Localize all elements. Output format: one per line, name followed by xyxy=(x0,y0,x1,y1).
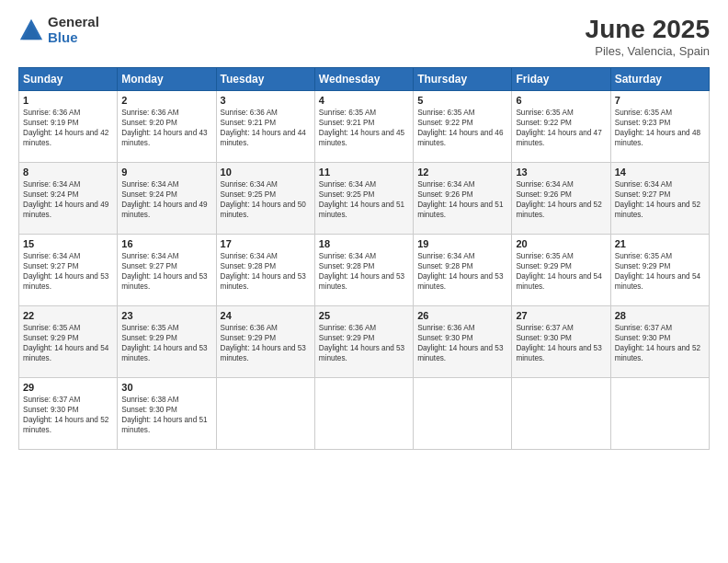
cell-info: Sunrise: 6:37 AMSunset: 9:30 PMDaylight:… xyxy=(615,323,705,363)
main-title: June 2025 xyxy=(586,15,710,44)
cell-info: Sunrise: 6:36 AMSunset: 9:21 PMDaylight:… xyxy=(221,108,311,148)
calendar-cell: 12Sunrise: 6:34 AMSunset: 9:26 PMDayligh… xyxy=(414,163,512,235)
cell-info: Sunrise: 6:35 AMSunset: 9:29 PMDaylight:… xyxy=(615,251,705,292)
calendar-cell: 7Sunrise: 6:35 AMSunset: 9:23 PMDaylight… xyxy=(610,91,709,163)
calendar-cell: 9Sunrise: 6:34 AMSunset: 9:24 PMDaylight… xyxy=(118,163,216,235)
cell-info: Sunrise: 6:36 AMSunset: 9:19 PMDaylight:… xyxy=(23,108,113,148)
day-number: 24 xyxy=(221,310,311,321)
day-header-sunday: Sunday xyxy=(19,68,118,91)
title-block: June 2025 Piles, Valencia, Spain xyxy=(586,15,710,58)
day-number: 10 xyxy=(221,167,311,178)
calendar-cell: 8Sunrise: 6:34 AMSunset: 9:24 PMDaylight… xyxy=(19,163,118,235)
calendar-cell: 13Sunrise: 6:34 AMSunset: 9:26 PMDayligh… xyxy=(512,163,610,235)
day-header-saturday: Saturday xyxy=(610,68,709,91)
day-header-thursday: Thursday xyxy=(414,68,512,91)
cell-info: Sunrise: 6:35 AMSunset: 9:21 PMDaylight:… xyxy=(319,108,409,148)
calendar-header: SundayMondayTuesdayWednesdayThursdayFrid… xyxy=(19,68,710,91)
cell-info: Sunrise: 6:34 AMSunset: 9:24 PMDaylight:… xyxy=(121,179,211,220)
calendar-cell: 24Sunrise: 6:36 AMSunset: 9:29 PMDayligh… xyxy=(216,306,314,378)
day-number: 29 xyxy=(23,382,113,393)
calendar-cell: 17Sunrise: 6:34 AMSunset: 9:28 PMDayligh… xyxy=(216,235,314,306)
cell-info: Sunrise: 6:34 AMSunset: 9:27 PMDaylight:… xyxy=(23,251,113,292)
calendar-cell: 5Sunrise: 6:35 AMSunset: 9:22 PMDaylight… xyxy=(414,91,512,163)
cell-info: Sunrise: 6:34 AMSunset: 9:28 PMDaylight:… xyxy=(319,251,409,292)
calendar-week-4: 22Sunrise: 6:35 AMSunset: 9:29 PMDayligh… xyxy=(19,306,710,378)
day-header-tuesday: Tuesday xyxy=(216,68,314,91)
calendar: SundayMondayTuesdayWednesdayThursdayFrid… xyxy=(18,67,710,450)
calendar-cell: 19Sunrise: 6:34 AMSunset: 9:28 PMDayligh… xyxy=(414,235,512,306)
cell-info: Sunrise: 6:35 AMSunset: 9:22 PMDaylight:… xyxy=(417,108,507,148)
calendar-cell: 18Sunrise: 6:34 AMSunset: 9:28 PMDayligh… xyxy=(314,235,413,306)
day-number: 12 xyxy=(417,167,507,178)
day-header-friday: Friday xyxy=(512,68,610,91)
day-number: 25 xyxy=(319,310,409,321)
cell-info: Sunrise: 6:34 AMSunset: 9:28 PMDaylight:… xyxy=(221,251,311,292)
calendar-week-3: 15Sunrise: 6:34 AMSunset: 9:27 PMDayligh… xyxy=(19,235,710,306)
cell-info: Sunrise: 6:35 AMSunset: 9:29 PMDaylight:… xyxy=(23,323,113,363)
calendar-cell: 2Sunrise: 6:36 AMSunset: 9:20 PMDaylight… xyxy=(118,91,216,163)
day-number: 9 xyxy=(121,167,211,178)
calendar-cell: 20Sunrise: 6:35 AMSunset: 9:29 PMDayligh… xyxy=(512,235,610,306)
calendar-cell: 21Sunrise: 6:35 AMSunset: 9:29 PMDayligh… xyxy=(610,235,709,306)
day-number: 11 xyxy=(319,167,409,178)
day-number: 23 xyxy=(121,310,211,321)
calendar-cell xyxy=(512,378,610,450)
day-header-wednesday: Wednesday xyxy=(314,68,413,91)
cell-info: Sunrise: 6:34 AMSunset: 9:26 PMDaylight:… xyxy=(417,179,507,220)
cell-info: Sunrise: 6:34 AMSunset: 9:24 PMDaylight:… xyxy=(23,179,113,220)
calendar-week-2: 8Sunrise: 6:34 AMSunset: 9:24 PMDaylight… xyxy=(19,163,710,235)
calendar-cell xyxy=(414,378,512,450)
calendar-cell: 27Sunrise: 6:37 AMSunset: 9:30 PMDayligh… xyxy=(512,306,610,378)
calendar-cell: 1Sunrise: 6:36 AMSunset: 9:19 PMDaylight… xyxy=(19,91,118,163)
day-number: 26 xyxy=(417,310,507,321)
cell-info: Sunrise: 6:35 AMSunset: 9:22 PMDaylight:… xyxy=(516,108,606,148)
day-number: 30 xyxy=(121,382,211,393)
day-number: 18 xyxy=(319,238,409,249)
calendar-cell: 16Sunrise: 6:34 AMSunset: 9:27 PMDayligh… xyxy=(118,235,216,306)
calendar-cell xyxy=(216,378,314,450)
calendar-cell: 30Sunrise: 6:38 AMSunset: 9:30 PMDayligh… xyxy=(118,378,216,450)
cell-info: Sunrise: 6:34 AMSunset: 9:27 PMDaylight:… xyxy=(121,251,211,292)
day-number: 19 xyxy=(417,238,507,249)
cell-info: Sunrise: 6:35 AMSunset: 9:29 PMDaylight:… xyxy=(516,251,606,292)
day-number: 1 xyxy=(23,95,113,106)
calendar-cell xyxy=(314,378,413,450)
day-number: 3 xyxy=(221,95,311,106)
calendar-cell: 4Sunrise: 6:35 AMSunset: 9:21 PMDaylight… xyxy=(314,91,413,163)
calendar-cell: 15Sunrise: 6:34 AMSunset: 9:27 PMDayligh… xyxy=(19,235,118,306)
day-number: 14 xyxy=(615,167,705,178)
header-row: SundayMondayTuesdayWednesdayThursdayFrid… xyxy=(19,68,710,91)
cell-info: Sunrise: 6:36 AMSunset: 9:30 PMDaylight:… xyxy=(417,323,507,363)
logo-icon xyxy=(18,17,44,43)
day-number: 13 xyxy=(516,167,606,178)
day-number: 20 xyxy=(516,238,606,249)
cell-info: Sunrise: 6:37 AMSunset: 9:30 PMDaylight:… xyxy=(516,323,606,363)
calendar-cell: 28Sunrise: 6:37 AMSunset: 9:30 PMDayligh… xyxy=(610,306,709,378)
calendar-cell: 25Sunrise: 6:36 AMSunset: 9:29 PMDayligh… xyxy=(314,306,413,378)
calendar-cell: 11Sunrise: 6:34 AMSunset: 9:25 PMDayligh… xyxy=(314,163,413,235)
cell-info: Sunrise: 6:37 AMSunset: 9:30 PMDaylight:… xyxy=(23,395,113,435)
day-number: 21 xyxy=(615,238,705,249)
day-number: 8 xyxy=(23,167,113,178)
cell-info: Sunrise: 6:36 AMSunset: 9:29 PMDaylight:… xyxy=(319,323,409,363)
calendar-cell: 6Sunrise: 6:35 AMSunset: 9:22 PMDaylight… xyxy=(512,91,610,163)
day-number: 16 xyxy=(121,238,211,249)
cell-info: Sunrise: 6:35 AMSunset: 9:29 PMDaylight:… xyxy=(121,323,211,363)
calendar-week-1: 1Sunrise: 6:36 AMSunset: 9:19 PMDaylight… xyxy=(19,91,710,163)
logo-text: General Blue xyxy=(48,15,99,45)
calendar-cell: 10Sunrise: 6:34 AMSunset: 9:25 PMDayligh… xyxy=(216,163,314,235)
calendar-cell xyxy=(610,378,709,450)
day-number: 2 xyxy=(121,95,211,106)
logo-blue: Blue xyxy=(48,30,99,46)
day-number: 22 xyxy=(23,310,113,321)
calendar-cell: 29Sunrise: 6:37 AMSunset: 9:30 PMDayligh… xyxy=(19,378,118,450)
cell-info: Sunrise: 6:34 AMSunset: 9:28 PMDaylight:… xyxy=(417,251,507,292)
day-number: 6 xyxy=(516,95,606,106)
calendar-cell: 26Sunrise: 6:36 AMSunset: 9:30 PMDayligh… xyxy=(414,306,512,378)
cell-info: Sunrise: 6:38 AMSunset: 9:30 PMDaylight:… xyxy=(121,395,211,435)
cell-info: Sunrise: 6:35 AMSunset: 9:23 PMDaylight:… xyxy=(615,108,705,148)
logo: General Blue xyxy=(18,15,99,45)
day-number: 4 xyxy=(319,95,409,106)
calendar-body: 1Sunrise: 6:36 AMSunset: 9:19 PMDaylight… xyxy=(19,91,710,450)
cell-info: Sunrise: 6:34 AMSunset: 9:25 PMDaylight:… xyxy=(221,179,311,220)
